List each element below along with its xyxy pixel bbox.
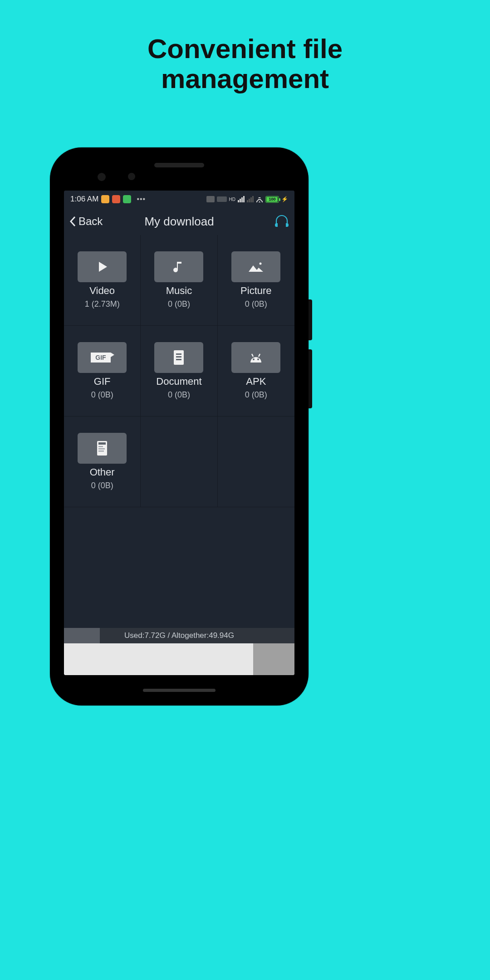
promo-headline: Convenient file management (0, 34, 490, 94)
svg-text:GIF: GIF (95, 354, 106, 361)
status-indicator (217, 196, 227, 202)
home-indicator (143, 689, 216, 692)
category-music[interactable]: Music0 (0B) (141, 235, 217, 326)
category-name: Other (90, 466, 115, 478)
status-time: 1:06 AM (70, 195, 98, 204)
empty-cell (218, 416, 294, 507)
category-info: 0 (0B) (168, 390, 190, 400)
svg-line-13 (259, 354, 260, 357)
svg-marker-4 (111, 353, 114, 357)
category-document[interactable]: Document0 (0B) (141, 326, 217, 416)
other-icon (78, 433, 127, 464)
category-info: 0 (0B) (91, 390, 113, 400)
status-bar: 1:06 AM ••• HD 100 (64, 191, 294, 208)
svg-point-11 (257, 358, 259, 360)
svg-rect-8 (176, 356, 181, 358)
back-button[interactable]: Back (69, 215, 103, 228)
svg-point-2 (260, 263, 262, 265)
signal-bars-dim-icon (247, 196, 254, 202)
svg-rect-9 (176, 359, 181, 360)
category-info: 1 (2.73M) (85, 299, 120, 309)
music-icon (154, 251, 203, 282)
svg-rect-15 (98, 442, 106, 445)
battery-icon: 100 (265, 196, 279, 203)
category-gif[interactable]: GIFGIF0 (0B) (64, 326, 141, 416)
category-info: 0 (0B) (91, 481, 113, 490)
charging-icon: ⚡ (281, 196, 288, 202)
category-name: Picture (240, 285, 271, 297)
gif-icon: GIF (78, 342, 127, 373)
chevron-left-icon (69, 215, 78, 228)
category-grid: Video1 (2.73M)Music0 (0B)Picture0 (0B)GI… (64, 235, 294, 507)
category-name: Document (156, 376, 201, 387)
back-label: Back (78, 215, 103, 228)
phone-camera (128, 173, 135, 180)
status-indicator (206, 196, 215, 202)
empty-space (64, 507, 294, 628)
apk-icon (231, 342, 280, 373)
phone-camera (98, 173, 106, 181)
more-notifications-icon: ••• (137, 195, 146, 203)
play-icon (78, 251, 127, 282)
category-info: 0 (0B) (245, 390, 267, 400)
category-name: APK (246, 376, 266, 387)
svg-rect-16 (98, 446, 103, 447)
phone-side-button (309, 299, 312, 340)
svg-line-12 (252, 354, 253, 357)
storage-bar[interactable]: Used:7.72G / Altogether:49.94G (64, 628, 294, 643)
wifi-icon (256, 196, 263, 202)
category-other[interactable]: Other0 (0B) (64, 416, 141, 507)
category-name: Music (166, 285, 192, 297)
ad-banner[interactable] (64, 643, 294, 675)
notification-icon (112, 195, 120, 203)
signal-bars-icon (238, 196, 245, 202)
storage-text: Used:7.72G / Altogether:49.94G (124, 631, 234, 640)
notification-icon (101, 195, 109, 203)
phone-frame: 1:06 AM ••• HD 100 (50, 147, 309, 706)
category-picture[interactable]: Picture0 (0B) (218, 235, 294, 326)
empty-cell (141, 416, 217, 507)
svg-rect-18 (98, 451, 104, 452)
promo-line-1: Convenient file (0, 34, 490, 64)
svg-rect-17 (98, 448, 105, 450)
svg-rect-7 (176, 353, 181, 355)
svg-marker-1 (249, 265, 263, 272)
phone-side-button (309, 349, 312, 408)
document-icon (154, 342, 203, 373)
notification-icon (123, 195, 131, 203)
category-apk[interactable]: APK0 (0B) (218, 326, 294, 416)
category-name: GIF (94, 376, 111, 387)
phone-speaker (154, 163, 204, 167)
hd-indicator: HD (229, 197, 235, 202)
svg-point-10 (253, 358, 255, 360)
headphones-button[interactable] (274, 212, 290, 230)
picture-icon (231, 251, 280, 282)
nav-bar: Back My download (64, 208, 294, 235)
category-name: Video (89, 285, 115, 297)
category-info: 0 (0B) (245, 299, 267, 309)
category-info: 0 (0B) (168, 299, 190, 309)
svg-marker-0 (99, 262, 107, 272)
headphones-icon (274, 212, 290, 229)
category-video[interactable]: Video1 (2.73M) (64, 235, 141, 326)
app-screen: 1:06 AM ••• HD 100 (64, 191, 294, 675)
storage-used-fill (64, 628, 100, 643)
promo-line-2: management (0, 64, 490, 94)
